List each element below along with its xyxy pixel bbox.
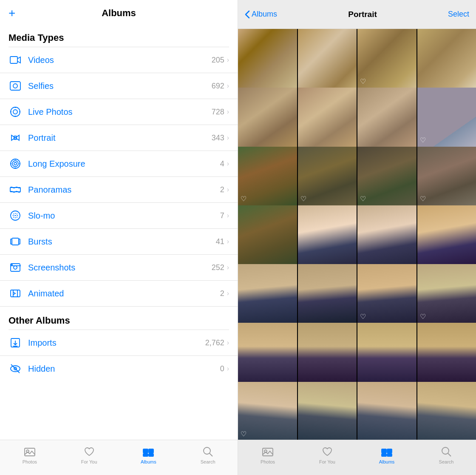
search-tab-icon-right	[440, 446, 452, 458]
svg-rect-48	[143, 454, 148, 456]
list-item-screenshots[interactable]: Screenshots 252 ›	[0, 255, 238, 281]
left-panel: + Albums Media Types Videos 205 ›	[0, 0, 238, 475]
list-item-live-photos[interactable]: Live Photos 728 ›	[0, 99, 238, 125]
hidden-icon	[8, 362, 22, 375]
imports-label: Imports	[28, 338, 205, 348]
tab-for-you-right[interactable]: For You	[298, 446, 357, 464]
long-exposure-count: 4	[220, 159, 224, 168]
svg-rect-44	[25, 448, 35, 456]
list-item-bursts[interactable]: Bursts 41 ›	[0, 229, 238, 255]
list-item-imports[interactable]: Imports 2,762 ›	[0, 330, 238, 356]
photo-cell[interactable]	[238, 88, 297, 147]
slomo-count: 7	[220, 211, 224, 220]
panoramas-label: Panoramas	[28, 185, 220, 195]
svg-point-4	[13, 110, 17, 114]
live-photos-label: Live Photos	[28, 107, 212, 117]
svg-line-27	[14, 217, 14, 217]
photo-cell[interactable]	[298, 382, 357, 440]
photo-cell[interactable]	[298, 29, 357, 88]
heart-badge: ♡	[300, 195, 306, 203]
svg-rect-0	[10, 57, 17, 63]
back-button[interactable]: Albums	[245, 10, 277, 19]
photo-cell[interactable]	[417, 382, 476, 440]
tab-search-right[interactable]: Search	[416, 446, 476, 464]
photo-cell[interactable]: ♡	[238, 147, 297, 206]
photo-cell[interactable]: ♡	[298, 147, 357, 206]
list-item-slo-mo[interactable]: Slo-mo 7 ›	[0, 203, 238, 229]
svg-point-50	[204, 447, 210, 454]
for-you-tab-icon-right	[321, 446, 333, 458]
list-item-panoramas[interactable]: Panoramas 2 ›	[0, 177, 238, 203]
list-item-long-exposure[interactable]: Long Exposure 4 ›	[0, 151, 238, 177]
portrait-chevron: ›	[227, 134, 229, 142]
animated-count: 2	[220, 289, 224, 298]
heart-badge: ♡	[241, 195, 246, 203]
bursts-icon	[8, 235, 22, 248]
photo-cell[interactable]	[298, 323, 357, 382]
list-item-videos[interactable]: Videos 205 ›	[0, 47, 238, 73]
right-tab-bar: Photos For You Albums	[238, 440, 476, 475]
list-item-portrait[interactable]: Portrait 343 ›	[0, 125, 238, 151]
video-icon	[8, 53, 22, 67]
tab-photos-right[interactable]: Photos	[238, 446, 298, 464]
svg-rect-1	[10, 82, 20, 90]
tab-albums-right[interactable]: Albums	[357, 446, 416, 464]
photo-cell[interactable]	[238, 29, 297, 88]
photo-cell[interactable]	[417, 323, 476, 382]
photo-cell[interactable]: ♡	[357, 147, 416, 206]
search-tab-label-right: Search	[439, 459, 454, 464]
selfies-label: Selfies	[28, 81, 212, 91]
albums-tab-label-left: Albums	[141, 459, 156, 464]
photo-cell[interactable]	[357, 88, 416, 147]
photo-cell[interactable]	[238, 264, 297, 323]
svg-rect-46	[143, 449, 148, 453]
screenshots-count: 252	[212, 263, 224, 272]
photo-cell[interactable]	[298, 205, 357, 265]
photo-cell[interactable]	[298, 264, 357, 323]
hidden-count: 0	[220, 364, 224, 373]
photos-tab-icon-right	[262, 446, 274, 458]
heart-badge: ♡	[241, 430, 246, 438]
tab-for-you-left[interactable]: For You	[60, 446, 119, 464]
heart-badge: ♡	[360, 195, 366, 203]
albums-tab-label-right: Albums	[379, 459, 395, 464]
videos-count: 205	[212, 56, 224, 65]
slomo-chevron: ›	[227, 212, 229, 219]
slomo-label: Slo-mo	[28, 211, 220, 221]
list-item-animated[interactable]: Animated 2 ›	[0, 281, 238, 307]
select-button[interactable]: Select	[448, 10, 469, 19]
photo-cell[interactable]	[357, 382, 416, 440]
photo-cell[interactable]: ♡	[417, 264, 476, 323]
list-item-hidden[interactable]: Hidden 0 ›	[0, 356, 238, 381]
long-exposure-chevron: ›	[227, 160, 229, 168]
photo-cell[interactable]: ♡	[417, 88, 476, 147]
photo-cell[interactable]	[417, 29, 476, 88]
photo-cell[interactable]	[298, 88, 357, 147]
photo-cell[interactable]: ♡	[417, 147, 476, 206]
svg-rect-56	[382, 454, 386, 456]
add-button[interactable]: +	[8, 6, 15, 20]
photo-cell[interactable]: ♡	[238, 382, 297, 440]
photo-cell[interactable]	[357, 323, 416, 382]
long-exposure-label: Long Exposure	[28, 159, 220, 169]
left-header: + Albums	[0, 0, 238, 24]
photo-cell[interactable]	[238, 205, 297, 265]
screenshots-label: Screenshots	[28, 263, 212, 273]
photo-cell[interactable]	[417, 205, 476, 265]
photo-cell[interactable]	[238, 323, 297, 382]
photo-cell[interactable]	[357, 205, 416, 265]
svg-point-58	[442, 447, 449, 454]
tab-photos-left[interactable]: Photos	[0, 446, 60, 464]
tab-albums-left[interactable]: Albums	[119, 446, 178, 464]
svg-line-24	[14, 214, 14, 214]
heart-badge: ♡	[420, 136, 426, 144]
imports-count: 2,762	[205, 338, 224, 347]
for-you-tab-icon-left	[83, 446, 95, 458]
long-exposure-icon	[8, 157, 22, 171]
list-item-selfies[interactable]: Selfies 692 ›	[0, 73, 238, 99]
photo-cell[interactable]: ♡	[357, 29, 416, 88]
tab-search-left[interactable]: Search	[178, 446, 238, 464]
photo-cell[interactable]: ♡	[357, 264, 416, 323]
screenshot-icon	[8, 261, 22, 274]
svg-line-51	[210, 453, 212, 456]
